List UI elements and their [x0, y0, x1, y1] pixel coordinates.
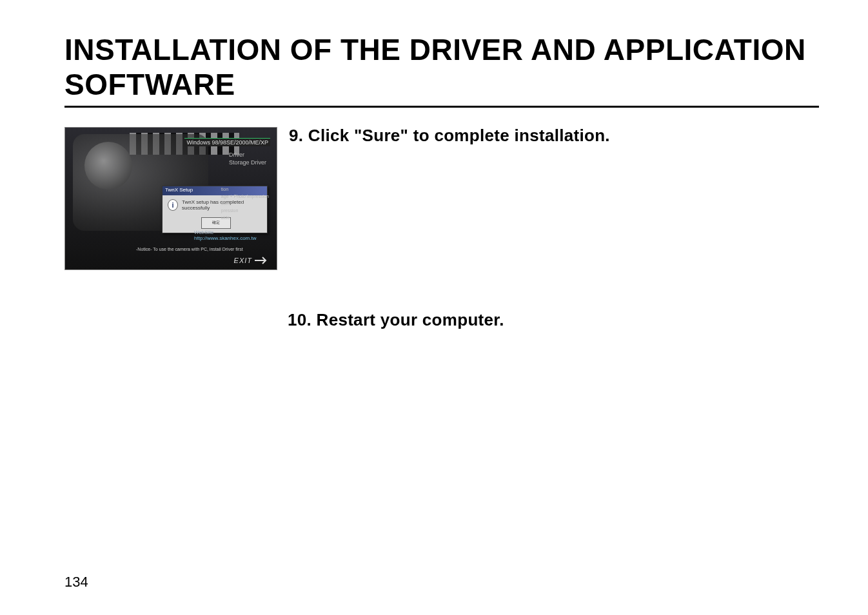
app-list-partial: tion age + Photo Impression tion pressio… — [221, 186, 269, 221]
driver-section: Driver Storage Driver — [229, 151, 266, 166]
page: INSTALLATION OF THE DRIVER AND APPLICATI… — [0, 0, 868, 615]
os-compat-line: Windows 98/98SE/2000/ME/XP — [184, 138, 270, 146]
title-rule — [64, 106, 819, 108]
install-notice: -Notice- To use the camera with PC, inst… — [136, 247, 243, 251]
exit-label: EXIT — [234, 257, 252, 264]
app-list-item: uide — [221, 214, 269, 221]
app-list-item: tion — [221, 186, 269, 193]
storage-driver-line: Storage Driver — [229, 159, 266, 166]
website-label: WebSite — [194, 229, 256, 235]
website-url: http://www.skanhex.com.tw — [194, 235, 256, 241]
app-list-item: pression — [221, 207, 269, 214]
info-icon: i — [168, 199, 178, 211]
driver-line: Driver — [229, 151, 266, 159]
step-9-row: Windows 98/98SE/2000/ME/XP Driver Storag… — [64, 127, 819, 270]
app-list-item: age + Photo Impression — [221, 193, 269, 200]
installer-screenshot: Windows 98/98SE/2000/ME/XP Driver Storag… — [64, 127, 277, 270]
exit-link[interactable]: EXIT — [234, 257, 269, 264]
page-number: 134 — [64, 574, 88, 591]
page-title: INSTALLATION OF THE DRIVER AND APPLICATI… — [64, 32, 819, 102]
step-9-text: 9. Click "Sure" to complete installation… — [289, 126, 610, 146]
website-block: WebSite http://www.skanhex.com.tw — [194, 229, 256, 241]
arrow-right-icon — [255, 257, 269, 264]
app-list-item: tion — [221, 200, 269, 207]
step-10-text: 10. Restart your computer. — [288, 310, 819, 330]
camera-lens — [84, 142, 132, 190]
